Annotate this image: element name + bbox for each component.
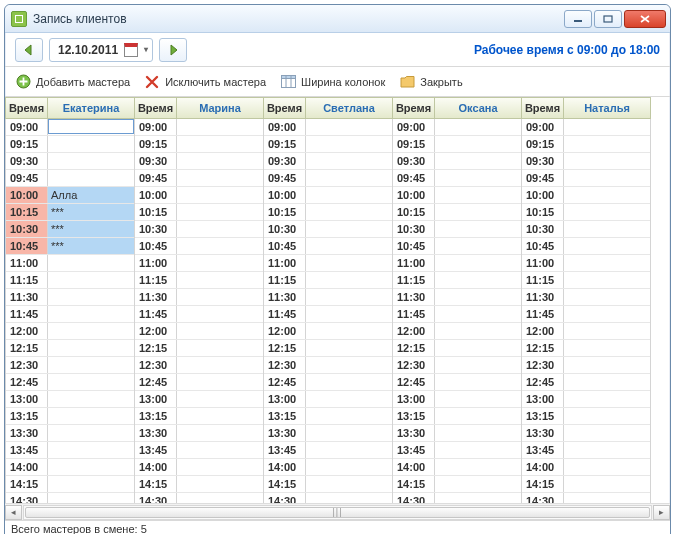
time-cell[interactable]: 11:30 (6, 289, 48, 305)
time-cell[interactable]: 13:00 (6, 391, 48, 407)
appointment-cell[interactable] (306, 425, 392, 441)
time-cell[interactable]: 12:15 (264, 340, 306, 356)
time-cell[interactable]: 14:15 (264, 476, 306, 492)
time-cell[interactable]: 14:30 (135, 493, 177, 503)
time-cell[interactable]: 13:15 (135, 408, 177, 424)
time-cell[interactable]: 09:45 (6, 170, 48, 186)
appointment-cell[interactable] (435, 204, 521, 220)
time-cell[interactable]: 13:15 (522, 408, 564, 424)
time-cell[interactable]: 13:30 (393, 425, 435, 441)
appointment-cell[interactable] (177, 323, 263, 339)
time-cell[interactable]: 11:00 (393, 255, 435, 271)
appointment-cell[interactable] (435, 187, 521, 203)
appointment-cell[interactable] (177, 425, 263, 441)
time-cell[interactable]: 12:00 (135, 323, 177, 339)
appointment-cell[interactable] (564, 340, 650, 356)
time-cell[interactable]: 09:00 (393, 119, 435, 135)
appointment-cell[interactable] (306, 323, 392, 339)
appointment-cell[interactable] (306, 493, 392, 503)
appointment-cell[interactable] (177, 306, 263, 322)
appointment-cell[interactable] (177, 459, 263, 475)
time-cell[interactable]: 12:00 (264, 323, 306, 339)
time-cell[interactable]: 10:45 (522, 238, 564, 254)
time-cell[interactable]: 12:45 (522, 374, 564, 390)
time-cell[interactable]: 12:45 (6, 374, 48, 390)
time-cell[interactable]: 09:30 (522, 153, 564, 169)
time-cell[interactable]: 14:00 (393, 459, 435, 475)
time-cell[interactable]: 13:15 (6, 408, 48, 424)
time-cell[interactable]: 11:15 (264, 272, 306, 288)
appointment-cell[interactable] (48, 153, 134, 169)
appointment-cell[interactable] (435, 119, 521, 135)
appointment-cell[interactable] (177, 408, 263, 424)
time-cell[interactable]: 13:45 (135, 442, 177, 458)
appointment-cell[interactable] (48, 391, 134, 407)
time-cell[interactable]: 10:45 (6, 238, 48, 254)
time-cell[interactable]: 11:00 (6, 255, 48, 271)
appointment-cell[interactable] (177, 221, 263, 237)
time-cell[interactable]: 09:15 (522, 136, 564, 152)
time-cell[interactable]: 13:45 (522, 442, 564, 458)
time-cell[interactable]: 11:30 (522, 289, 564, 305)
time-cell[interactable]: 12:00 (522, 323, 564, 339)
appointment-cell[interactable] (177, 442, 263, 458)
time-cell[interactable]: 09:15 (6, 136, 48, 152)
time-cell[interactable]: 14:00 (264, 459, 306, 475)
master-header[interactable]: Наталья (564, 98, 650, 118)
time-cell[interactable]: 09:00 (522, 119, 564, 135)
time-cell[interactable]: 11:30 (135, 289, 177, 305)
appointment-cell[interactable] (564, 374, 650, 390)
appointment-cell[interactable] (48, 493, 134, 503)
time-cell[interactable]: 13:45 (264, 442, 306, 458)
time-cell[interactable]: 11:45 (135, 306, 177, 322)
master-header[interactable]: Марина (177, 98, 263, 118)
appointment-cell[interactable] (306, 442, 392, 458)
appointment-cell[interactable] (564, 272, 650, 288)
appointment-cell[interactable]: *** (48, 238, 134, 254)
appointment-cell[interactable] (435, 272, 521, 288)
appointment-cell[interactable] (306, 340, 392, 356)
appointment-cell[interactable] (435, 357, 521, 373)
appointment-cell[interactable] (564, 187, 650, 203)
appointment-cell[interactable] (306, 119, 392, 135)
time-header[interactable]: Время (6, 98, 48, 118)
appointment-cell[interactable] (306, 391, 392, 407)
next-day-button[interactable] (159, 38, 187, 62)
time-cell[interactable]: 09:00 (135, 119, 177, 135)
appointment-cell[interactable] (177, 255, 263, 271)
appointment-cell[interactable]: *** (48, 221, 134, 237)
appointment-cell[interactable] (435, 170, 521, 186)
appointment-cell[interactable] (177, 272, 263, 288)
time-cell[interactable]: 09:30 (264, 153, 306, 169)
time-cell[interactable]: 14:30 (393, 493, 435, 503)
time-cell[interactable]: 09:30 (6, 153, 48, 169)
time-cell[interactable]: 13:00 (522, 391, 564, 407)
time-cell[interactable]: 12:30 (393, 357, 435, 373)
time-header[interactable]: Время (264, 98, 306, 118)
appointment-cell[interactable] (564, 170, 650, 186)
time-cell[interactable]: 11:45 (264, 306, 306, 322)
time-cell[interactable]: 12:15 (6, 340, 48, 356)
time-cell[interactable]: 11:15 (393, 272, 435, 288)
time-header[interactable]: Время (393, 98, 435, 118)
time-cell[interactable]: 09:45 (264, 170, 306, 186)
time-cell[interactable]: 11:15 (522, 272, 564, 288)
time-cell[interactable]: 10:15 (6, 204, 48, 220)
column-width-button[interactable]: Ширина колонок (280, 74, 385, 90)
time-cell[interactable]: 10:15 (264, 204, 306, 220)
appointment-cell[interactable] (48, 442, 134, 458)
appointment-cell[interactable] (564, 357, 650, 373)
appointment-cell[interactable] (564, 459, 650, 475)
scroll-left-arrow[interactable]: ◂ (5, 505, 22, 520)
time-cell[interactable]: 10:15 (522, 204, 564, 220)
time-cell[interactable]: 12:45 (393, 374, 435, 390)
time-header[interactable]: Время (522, 98, 564, 118)
appointment-cell[interactable] (177, 476, 263, 492)
time-cell[interactable]: 13:00 (264, 391, 306, 407)
time-cell[interactable]: 12:45 (135, 374, 177, 390)
appointment-cell[interactable] (564, 425, 650, 441)
appointment-cell[interactable] (177, 136, 263, 152)
time-cell[interactable]: 13:15 (264, 408, 306, 424)
time-cell[interactable]: 14:15 (6, 476, 48, 492)
appointment-cell[interactable] (306, 204, 392, 220)
